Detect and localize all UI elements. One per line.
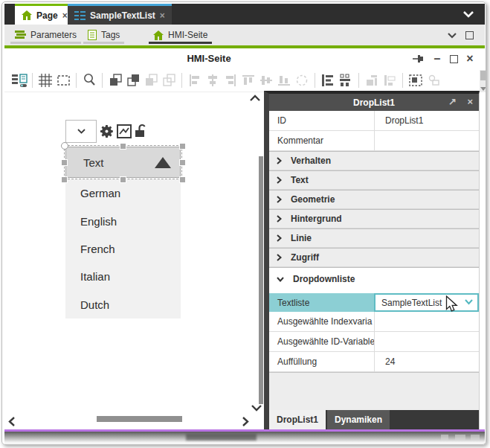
property-row-auffuellung[interactable]: Auffüllung 24 bbox=[269, 352, 479, 372]
selection-handle[interactable] bbox=[61, 159, 68, 166]
nav-tab-parameters[interactable]: Parameters bbox=[15, 25, 77, 45]
section-zugriff[interactable]: Zugriff bbox=[269, 248, 479, 267]
close-icon[interactable]: × bbox=[62, 11, 68, 20]
section-geometrie[interactable]: Geometrie bbox=[269, 190, 479, 209]
toolbar-scroll-down-icon[interactable] bbox=[480, 87, 486, 91]
list-item[interactable]: English bbox=[65, 207, 181, 234]
toolbar-scroll-thumb[interactable] bbox=[480, 71, 486, 80]
same-width-button[interactable] bbox=[363, 71, 381, 90]
section-linie[interactable]: Linie bbox=[269, 228, 479, 248]
dropdown-widget-header[interactable]: Text bbox=[65, 147, 181, 178]
widget-settings-gear-icon[interactable] bbox=[99, 124, 115, 139]
undock-icon[interactable]: ↗ bbox=[448, 96, 457, 107]
widget-unlock-icon[interactable] bbox=[134, 123, 147, 138]
toolbar-separator bbox=[315, 73, 315, 88]
nav-tab-tags[interactable]: Tags bbox=[88, 25, 120, 45]
property-value[interactable] bbox=[374, 332, 479, 351]
properties-panel-header[interactable]: DropList1 ↗ × bbox=[269, 94, 479, 111]
tab-sampletextlist[interactable]: SampleTextList × bbox=[68, 4, 172, 25]
widget-dynamics-chart-icon[interactable] bbox=[117, 124, 132, 138]
bring-to-front-button[interactable] bbox=[142, 71, 160, 90]
send-backward-button[interactable] bbox=[124, 71, 142, 90]
send-to-back-button[interactable] bbox=[160, 71, 178, 90]
property-row-kommentar[interactable]: Kommentar bbox=[269, 131, 479, 151]
dropdown-collapse-triangle-icon[interactable] bbox=[155, 157, 171, 168]
selection-handle[interactable] bbox=[179, 143, 186, 150]
pin-icon[interactable] bbox=[412, 52, 425, 65]
selection-handle[interactable] bbox=[120, 143, 126, 150]
chevron-down-icon[interactable] bbox=[465, 299, 473, 305]
chevron-right-icon bbox=[277, 157, 282, 164]
toolbar-separator bbox=[402, 73, 403, 88]
widget-smart-tag-dropdown[interactable] bbox=[65, 120, 97, 143]
maximize-icon[interactable] bbox=[447, 52, 460, 65]
vscroll-down-icon[interactable] bbox=[251, 405, 262, 412]
panel-tab-droplist1[interactable]: DropList1 bbox=[269, 410, 326, 429]
editor-mode-button[interactable] bbox=[10, 71, 28, 90]
property-value[interactable] bbox=[374, 131, 479, 150]
property-row-indexvariable[interactable]: Ausgewählte Indexvaria bbox=[269, 312, 479, 332]
nav-tab-hmi-seite[interactable]: HMI-Seite bbox=[153, 25, 207, 45]
property-row-id[interactable]: ID DropList1 bbox=[269, 111, 479, 131]
close-icon[interactable]: × bbox=[467, 96, 473, 107]
distribute-horizontal-button[interactable] bbox=[319, 71, 337, 90]
tags-icon bbox=[88, 30, 97, 40]
align-left-button[interactable] bbox=[186, 71, 204, 90]
zoom-button[interactable] bbox=[80, 71, 98, 90]
selection-frame-button[interactable] bbox=[407, 71, 425, 90]
tabbar-overflow-chevron-icon[interactable] bbox=[463, 11, 474, 18]
bring-forward-button[interactable] bbox=[106, 71, 124, 90]
vscroll-up-icon[interactable] bbox=[250, 95, 260, 101]
align-right-button[interactable] bbox=[222, 71, 239, 90]
list-item[interactable]: Italian bbox=[65, 263, 181, 290]
vertical-scrollbar-thumb[interactable] bbox=[259, 156, 263, 404]
tab-page[interactable]: Page × bbox=[15, 4, 74, 25]
list-item[interactable]: Dutch bbox=[65, 291, 181, 319]
group-button[interactable] bbox=[425, 71, 442, 90]
selection-handle[interactable] bbox=[61, 176, 68, 183]
close-icon[interactable]: × bbox=[160, 11, 165, 20]
align-center-button[interactable] bbox=[204, 71, 222, 90]
section-verhalten[interactable]: Verhalten bbox=[269, 151, 479, 170]
property-row-id-variable[interactable]: Ausgewählte ID-Variable bbox=[269, 332, 479, 352]
property-label: Textliste bbox=[269, 293, 374, 312]
properties-panel: DropList1 ↗ × ID DropList1 Kommentar Ver… bbox=[264, 91, 480, 429]
selection-handle[interactable] bbox=[179, 176, 186, 183]
section-hintergrund[interactable]: Hintergrund bbox=[269, 209, 479, 228]
section-text[interactable]: Text bbox=[269, 170, 479, 190]
minimize-icon[interactable]: – bbox=[431, 52, 444, 65]
list-item[interactable]: French bbox=[65, 235, 181, 263]
property-value[interactable]: 24 bbox=[374, 352, 479, 371]
tab-underline bbox=[149, 42, 212, 44]
section-label: Linie bbox=[291, 233, 312, 243]
horizontal-scrollbar-thumb[interactable] bbox=[97, 416, 182, 422]
section-dropdownliste[interactable]: Dropdownliste bbox=[269, 267, 479, 290]
grid-toggle-button[interactable] bbox=[36, 71, 54, 90]
distribute-vertical-button[interactable] bbox=[337, 71, 355, 90]
toolbar-scrollbar[interactable] bbox=[480, 70, 486, 92]
selection-handle[interactable] bbox=[61, 142, 68, 150]
close-icon[interactable]: × bbox=[463, 52, 477, 65]
property-value[interactable] bbox=[374, 312, 479, 331]
rotate-button[interactable] bbox=[293, 71, 311, 90]
selection-handle[interactable] bbox=[179, 159, 186, 166]
maximize-icon[interactable] bbox=[465, 31, 474, 39]
hscroll-right-icon[interactable] bbox=[242, 417, 249, 426]
textliste-select[interactable]: SampleTextList bbox=[374, 293, 479, 312]
textlist-icon bbox=[74, 11, 86, 20]
list-item[interactable]: German bbox=[65, 179, 181, 207]
snap-to-grid-button[interactable] bbox=[54, 71, 72, 90]
selection-handle[interactable] bbox=[120, 176, 126, 183]
dropdown-open-list[interactable]: German English French Italian Dutch bbox=[65, 179, 181, 319]
nav-tab-label: Parameters bbox=[30, 30, 77, 40]
hscroll-left-icon[interactable] bbox=[8, 417, 15, 426]
align-top-button[interactable] bbox=[239, 71, 257, 90]
panel-tab-dynamiken[interactable]: Dynamiken bbox=[327, 410, 390, 429]
align-middle-button[interactable] bbox=[257, 71, 275, 90]
align-bottom-button[interactable] bbox=[275, 71, 293, 90]
property-value[interactable]: DropList1 bbox=[374, 111, 479, 130]
textliste-value: SampleTextList bbox=[381, 298, 442, 308]
navbar-overflow-chevron-icon[interactable] bbox=[448, 33, 457, 39]
section-label: Dropdownliste bbox=[293, 274, 355, 284]
same-height-button[interactable] bbox=[381, 71, 399, 90]
